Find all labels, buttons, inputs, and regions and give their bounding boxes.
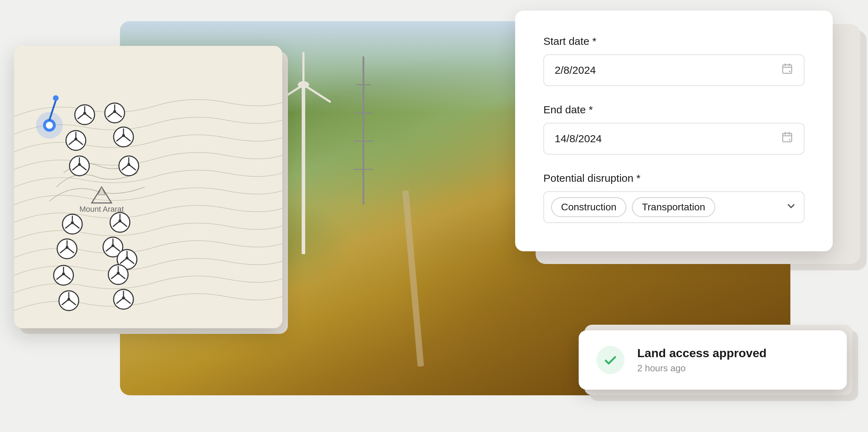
svg-point-103 xyxy=(789,139,790,140)
map-panel: Mount Ararat xyxy=(14,46,282,328)
disruption-label: Potential disruption * xyxy=(543,172,804,184)
svg-point-20 xyxy=(83,112,86,115)
svg-text:Mount Ararat: Mount Ararat xyxy=(79,205,124,214)
end-date-field: End date * 14/8/2024 xyxy=(543,104,804,155)
end-date-calendar-icon xyxy=(781,131,793,146)
svg-point-98 xyxy=(789,71,790,72)
form-panel: Start date * 2/8/2024 End date * 14/8/20… xyxy=(515,11,833,251)
start-date-field: Start date * 2/8/2024 xyxy=(543,35,804,86)
end-date-input[interactable]: 14/8/2024 xyxy=(543,123,804,155)
end-date-value: 14/8/2024 xyxy=(555,133,602,145)
svg-rect-10 xyxy=(14,46,282,328)
notification-content: Land access approved 2 hours ago xyxy=(637,346,767,374)
svg-point-15 xyxy=(53,95,59,101)
disruption-field: Potential disruption * Construction Tran… xyxy=(543,172,804,223)
start-date-input[interactable]: 2/8/2024 xyxy=(543,54,804,86)
svg-rect-99 xyxy=(783,133,792,142)
svg-point-58 xyxy=(119,220,121,222)
comm-tower-aerial xyxy=(353,56,374,205)
check-icon xyxy=(603,353,617,367)
topo-map: Mount Ararat xyxy=(14,46,282,328)
end-date-label: End date * xyxy=(543,104,804,116)
svg-point-13 xyxy=(46,122,53,129)
svg-rect-94 xyxy=(783,65,792,73)
svg-line-4 xyxy=(303,85,330,102)
svg-point-25 xyxy=(113,110,116,113)
svg-point-35 xyxy=(122,134,125,137)
tag-construction[interactable]: Construction xyxy=(551,197,626,217)
svg-point-30 xyxy=(74,138,77,140)
svg-point-63 xyxy=(66,246,68,249)
notification-title: Land access approved xyxy=(637,346,767,360)
scene: Mount Ararat Start date * 2/8/2024 xyxy=(0,0,868,432)
svg-point-83 xyxy=(117,272,120,275)
chevron-down-icon xyxy=(785,200,797,214)
svg-point-73 xyxy=(126,257,128,259)
svg-point-68 xyxy=(111,244,114,247)
notification-time: 2 hours ago xyxy=(637,363,767,374)
start-date-calendar-icon xyxy=(781,63,793,78)
tag-transportation[interactable]: Transportation xyxy=(632,197,715,217)
start-date-value: 2/8/2024 xyxy=(555,64,596,76)
svg-point-40 xyxy=(78,163,81,166)
svg-point-53 xyxy=(71,221,74,224)
svg-point-93 xyxy=(122,296,125,299)
check-circle xyxy=(596,346,625,374)
svg-point-45 xyxy=(127,163,130,166)
notification-card: Land access approved 2 hours ago xyxy=(579,330,847,390)
svg-point-78 xyxy=(62,272,65,275)
disruption-select[interactable]: Construction Transportation xyxy=(543,191,804,223)
start-date-label: Start date * xyxy=(543,35,804,47)
svg-point-88 xyxy=(67,298,70,301)
